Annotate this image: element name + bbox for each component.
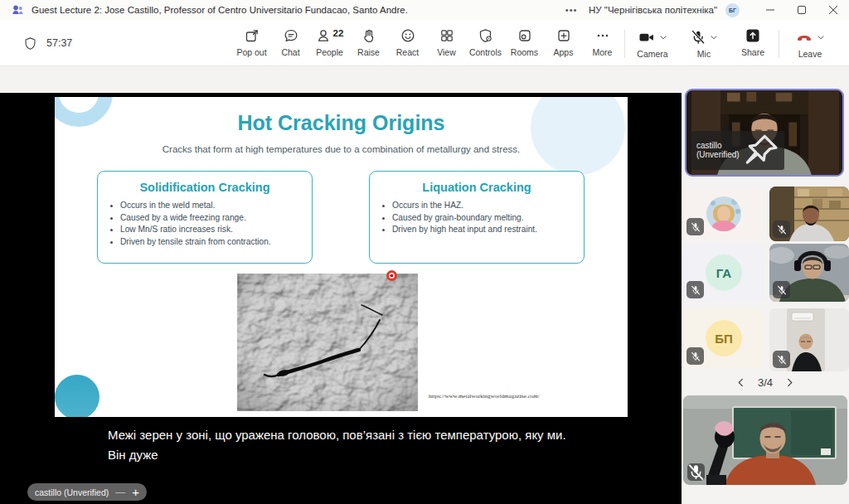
pop-out-button[interactable]: Pop out [232,23,271,58]
card-heading: Solidification Cracking [98,181,312,194]
mic-off-icon [777,355,787,365]
bullet-item: Driven by tensile strain from contractio… [120,236,312,249]
leave-chevron-down-icon[interactable] [816,32,826,42]
share-icon [745,27,761,44]
live-captions: Межі зерен у зоні, що уражена головою, п… [108,425,605,465]
slide-decor-circle-topright [531,97,625,175]
title-bar: Guest Lecture 2: Jose Castillo, Professo… [0,0,849,20]
toolbar-buttons: Pop out Chat 22 People [232,23,628,58]
react-button[interactable]: React [388,23,427,58]
people-button[interactable]: 22 People [310,23,349,58]
rooms-button[interactable]: Rooms [505,23,544,58]
leave-call-icon [795,29,813,46]
chevron-right-icon [785,378,794,387]
presenter-name-pill: castillo (Unverified) — + [27,483,147,501]
participant-photo-avatar [706,196,741,231]
mic-muted-badge [686,347,704,365]
controls-shield-gear-icon [478,27,494,44]
liquation-cracking-card: Liquation Cracking Occurs in the HAZ. Ca… [369,171,585,264]
pagination-prev-button[interactable] [735,376,748,389]
participant-initials-avatar: БП [706,320,742,356]
more-ellipsis-icon [594,27,611,44]
raise-hand-label: Raise [357,47,380,57]
zoom-out-button[interactable]: — [115,488,125,497]
raise-hand-button[interactable]: Raise [349,23,388,58]
people-icon [316,27,332,44]
react-smiley-icon [400,27,416,44]
narrow-portrait-video [787,308,825,371]
participant-tile-initials-2[interactable]: БП [683,308,764,368]
titlebar-more-icon[interactable]: ••• [560,5,582,15]
people-count: 22 [333,27,344,39]
restore-icon [798,6,806,14]
apps-plus-icon [555,27,572,44]
mic-muted-badge [687,463,705,481]
camera-button[interactable]: Camera [627,23,678,59]
raise-hand-icon [361,27,377,44]
bullet-item: Occurs in the HAZ. [392,200,584,212]
teams-logo-icon [11,3,24,17]
bullet-item: Low Mn/S ratio increases risk. [120,224,312,236]
pinned-video-castillo[interactable]: castillo (Unverified) [685,89,844,177]
apps-label: Apps [554,47,574,57]
pinned-name-label: castillo (Unverified) [691,131,784,170]
leave-button[interactable]: Leave [783,23,837,59]
more-label: More [593,47,613,57]
apps-button[interactable]: Apps [544,23,583,58]
mic-label: Mic [697,49,711,59]
participant-video-scene-office [787,308,825,371]
mic-button[interactable]: Mic [678,23,730,59]
meeting-toolbar: 57:37 Pop out Chat [0,20,849,66]
mic-off-icon [691,285,701,295]
view-grid-icon [439,27,455,44]
camera-chevron-down-icon[interactable] [658,32,668,42]
card-heading: Liquation Cracking [370,181,584,194]
card-bullet-list: Occurs in the weld metal. Caused by a wi… [98,200,312,248]
mic-off-icon [691,222,701,232]
mic-chevron-down-icon[interactable] [709,32,719,42]
participant-tile-video-2[interactable] [769,244,849,302]
controls-button[interactable]: Controls [466,23,505,58]
timer-group: 57:37 [23,20,72,66]
slide-decor-circle-bottomleft [55,375,99,417]
mic-muted-badge [773,281,790,298]
participant-tile-video-3[interactable] [769,308,849,371]
more-button[interactable]: More [583,23,622,58]
org-avatar[interactable]: БГ [725,3,740,17]
leave-label: Leave [798,49,822,59]
chat-label: Chat [281,47,299,57]
slide-subtitle: Cracks that form at high temperatures du… [55,144,628,154]
org-name[interactable]: НУ "Чернігівська політехніка" [589,5,717,15]
pin-icon [744,133,779,168]
mic-muted-badge [686,281,704,298]
meeting-timer: 57:37 [46,37,72,49]
pagination-next-button[interactable] [783,376,796,389]
share-label: Share [741,47,764,57]
image-source-url: https://www.metalworkingworldmagazine.co… [429,393,540,400]
participant-tile-video-1[interactable] [769,187,849,241]
screen-share-stage: Hot Cracking Origins Cracks that form at… [0,93,682,504]
rooms-icon [517,27,533,44]
close-button[interactable] [817,0,849,20]
zoom-in-button[interactable]: + [132,487,139,497]
caption-line: Він дуже [108,445,605,465]
mic-off-icon [777,225,787,235]
restore-button[interactable] [786,0,817,20]
participants-pagination: 3/4 [682,373,849,391]
participant-tile-avatar-photo[interactable] [683,188,764,239]
share-button[interactable]: Share [730,23,776,59]
solidification-cracking-card: Solidification Cracking Occurs in the we… [97,171,313,264]
close-icon [829,6,837,14]
sem-micrograph-image [237,274,418,411]
chat-button[interactable]: Chat [271,23,310,58]
presentation-slide: Hot Cracking Origins Cracks that form at… [55,97,628,417]
chevron-left-icon [736,378,745,387]
participant-tile-initials-1[interactable]: ГА [683,244,764,302]
view-button[interactable]: View [427,23,466,58]
view-label: View [437,47,456,57]
rooms-label: Rooms [511,47,538,57]
participant-video-scene-chalkboard [683,395,847,485]
participant-tile-video-chalkboard[interactable] [683,395,847,485]
mic-off-icon [777,285,787,295]
minimize-button[interactable] [754,0,786,20]
